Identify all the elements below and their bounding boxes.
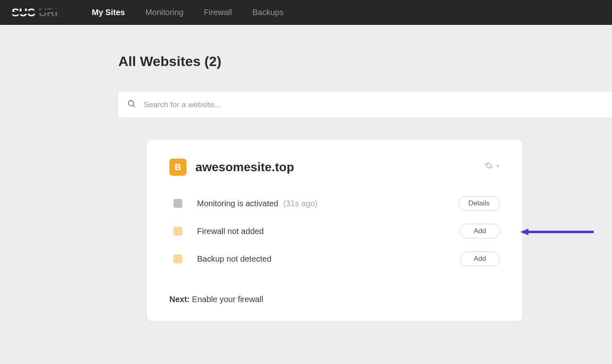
next-section: Next: Enable your firewall: [169, 295, 500, 304]
main-content: All Websites (2) B awesomesite.top: [0, 25, 612, 321]
search-bar: [118, 92, 612, 117]
svg-marker-5: [520, 229, 528, 235]
status-text: Firewall not added: [197, 227, 264, 236]
gear-icon: [484, 161, 493, 172]
site-name[interactable]: awesomesite.top: [195, 160, 294, 174]
top-nav: SUC URI My Sites Monitoring Firewall Bac…: [0, 0, 612, 25]
nav-my-sites[interactable]: My Sites: [92, 8, 125, 17]
status-icon: [173, 227, 182, 236]
settings-dropdown[interactable]: [484, 161, 500, 172]
add-backup-button[interactable]: Add: [460, 251, 500, 266]
status-icon: [173, 199, 182, 208]
logo[interactable]: SUC URI: [8, 6, 71, 19]
svg-line-3: [133, 105, 135, 107]
details-button[interactable]: Details: [458, 196, 500, 211]
nav-monitoring[interactable]: Monitoring: [145, 8, 183, 17]
status-text: Backup not detected: [197, 254, 271, 264]
status-meta: (31s ago): [283, 199, 318, 208]
next-text: Enable your firewall: [192, 295, 264, 304]
svg-point-2: [129, 100, 134, 106]
status-rows: Monitoring is activated (31s ago) Detail…: [169, 196, 500, 266]
annotation-arrow: [520, 228, 594, 238]
next-label: Next:: [169, 295, 190, 304]
search-input[interactable]: [144, 100, 604, 109]
search-icon: [127, 99, 136, 110]
nav-firewall[interactable]: Firewall: [204, 8, 232, 17]
caret-down-icon: [496, 163, 500, 170]
nav-backups[interactable]: Backups: [252, 8, 284, 17]
add-firewall-button[interactable]: Add: [460, 224, 500, 238]
status-row-monitoring: Monitoring is activated (31s ago) Detail…: [169, 196, 500, 211]
page-title: All Websites (2): [118, 53, 612, 69]
site-card: B awesomesite.top Monitoring is act: [147, 140, 522, 321]
nav-items: My Sites Monitoring Firewall Backups: [92, 8, 284, 17]
status-icon: [173, 254, 182, 263]
status-text: Monitoring is activated: [197, 199, 278, 208]
site-badge: B: [169, 159, 186, 176]
status-row-backup: Backup not detected Add: [169, 251, 500, 266]
site-header: B awesomesite.top: [169, 159, 500, 176]
status-row-firewall: Firewall not added Add: [169, 224, 500, 238]
